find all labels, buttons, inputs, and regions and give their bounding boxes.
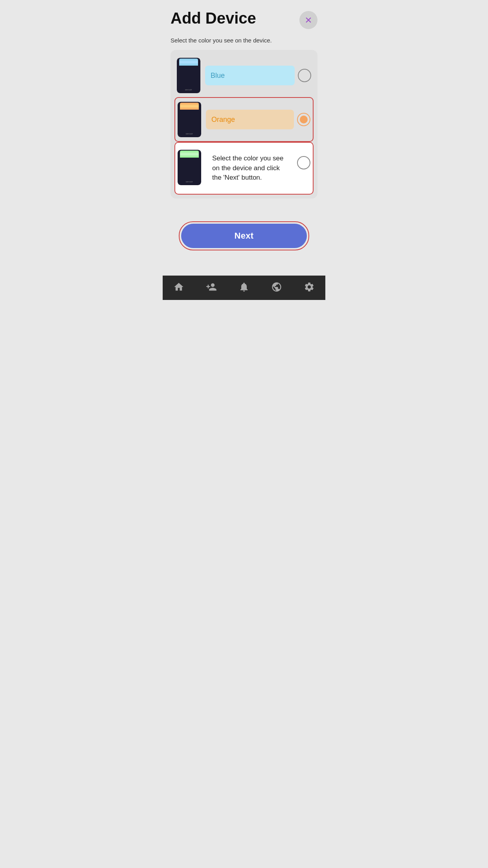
- device-image-blue: sercair: [177, 58, 200, 93]
- main-content: Add Device Select the color you see on t…: [163, 0, 325, 206]
- subtitle: Select the color you see on the device.: [171, 37, 317, 44]
- blue-label-area: Blue: [205, 66, 295, 85]
- color-option-orange[interactable]: sercair Orange: [174, 97, 314, 142]
- add-user-icon: [205, 281, 217, 293]
- gear-icon: [303, 281, 315, 293]
- device-image-orange: sercair: [178, 102, 201, 137]
- radio-inner-orange: [300, 116, 308, 123]
- bell-icon: [238, 281, 250, 293]
- orange-label-area: Orange: [206, 110, 294, 129]
- next-container: Next: [163, 214, 325, 260]
- close-button[interactable]: [299, 11, 317, 29]
- bottom-nav: [163, 276, 325, 300]
- close-icon: [305, 17, 312, 24]
- color-list: sercair Blue sercair Orange: [171, 50, 317, 199]
- nav-notifications[interactable]: [238, 281, 250, 293]
- home-icon: [173, 281, 185, 293]
- nav-home[interactable]: [173, 281, 185, 293]
- radio-blue[interactable]: [298, 69, 311, 82]
- device-image-green: sercair: [178, 150, 201, 185]
- tooltip-box: Select the color you see on the device a…: [206, 148, 294, 188]
- color-option-green[interactable]: sercair Select the color you see on the …: [174, 142, 314, 195]
- orange-label: Orange: [211, 116, 235, 124]
- color-option-blue[interactable]: sercair Blue: [174, 54, 314, 97]
- blue-label: Blue: [211, 72, 225, 80]
- globe-icon: [271, 281, 283, 293]
- radio-green[interactable]: [297, 156, 310, 169]
- radio-orange[interactable]: [297, 113, 310, 126]
- tooltip-text: Select the color you see on the device a…: [212, 154, 283, 181]
- nav-add-user[interactable]: [205, 281, 217, 293]
- nav-settings[interactable]: [303, 281, 315, 293]
- nav-globe[interactable]: [271, 281, 283, 293]
- page-title: Add Device: [171, 9, 256, 27]
- header: Add Device: [171, 9, 317, 29]
- next-button[interactable]: Next: [181, 224, 307, 248]
- next-button-wrapper: Next: [179, 221, 309, 250]
